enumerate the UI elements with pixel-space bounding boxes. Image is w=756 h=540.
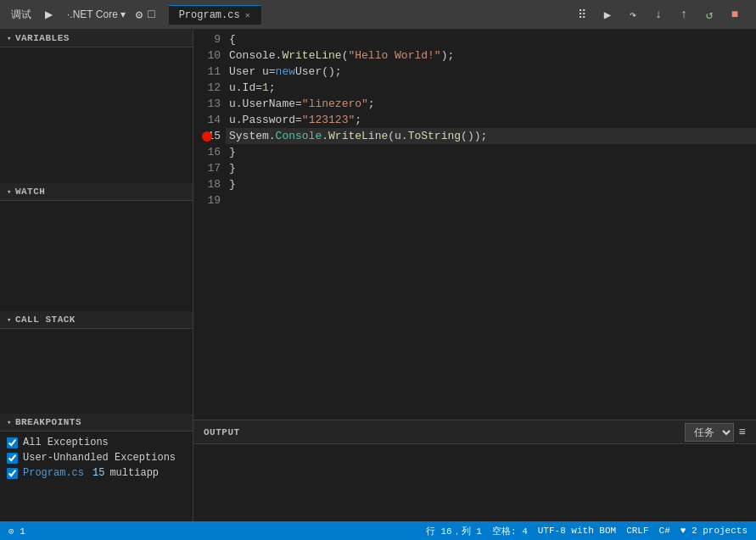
program-cs-project-label: multiapp — [109, 467, 159, 479]
line-number-9: 9 — [193, 31, 221, 47]
code-token: new — [276, 64, 295, 80]
output-dropdown[interactable]: 任务 — [685, 423, 734, 442]
breakpoint-dot-15 — [202, 131, 212, 142]
code-token: 1 — [262, 80, 269, 96]
output-dropdown-area: 任务 ≡ — [685, 423, 746, 442]
line-number-19: 19 — [193, 192, 221, 209]
watch-triangle-icon: ▾ — [7, 187, 12, 197]
tab-bar: Program.cs ✕ — [169, 5, 568, 25]
code-token: "123123" — [302, 112, 355, 128]
toolbar-play-icon[interactable]: ▶ — [598, 5, 617, 24]
code-token: (u. — [388, 128, 407, 144]
net-core-label: ·.NET Core — [67, 8, 118, 20]
code-line-9: { — [226, 31, 756, 47]
code-token: ToString — [408, 128, 461, 144]
toolbar-stop-icon[interactable]: ■ — [725, 5, 744, 24]
callstack-header[interactable]: ▾ CALL STACK — [0, 311, 193, 329]
language-indicator: C# — [659, 526, 670, 536]
line-number-12: 12 — [193, 80, 221, 96]
code-lines: { Console.WriteLine("Hello World!"); Use… — [226, 30, 756, 420]
code-token: u.UserName= — [229, 96, 302, 112]
tab-program-cs[interactable]: Program.cs ✕ — [169, 5, 261, 25]
toolbar-restart-icon[interactable]: ↺ — [700, 5, 719, 24]
code-line-19 — [226, 192, 756, 209]
debug-label: 调试 — [11, 8, 31, 22]
code-token: { — [229, 31, 236, 47]
code-token: ); — [441, 47, 455, 64]
toolbar-dots-icon[interactable]: ⠿ — [573, 5, 591, 24]
code-line-11: User u=new User(); — [226, 64, 756, 80]
line-number-11: 11 — [193, 64, 221, 80]
right-panel: 910111213141516171819 { Console.WriteLin… — [193, 30, 756, 521]
breakpoint-all-exceptions: All Exceptions — [7, 435, 186, 450]
toolbar-step-into-icon[interactable]: ↓ — [649, 5, 668, 24]
toolbar-step-over-icon[interactable]: ↷ — [624, 5, 642, 24]
user-unhandled-checkbox[interactable] — [7, 453, 18, 464]
output-body[interactable] — [193, 444, 756, 521]
breakpoints-header[interactable]: ▾ BREAKPOINTS — [0, 414, 193, 431]
variables-triangle-icon: ▾ — [7, 34, 12, 43]
line-col-indicator: 行 16，列 1 — [426, 525, 482, 537]
variables-body[interactable] — [0, 47, 193, 183]
code-token: } — [229, 144, 236, 160]
callstack-title: CALL STACK — [15, 315, 76, 325]
toolbar-step-out-icon[interactable]: ↑ — [675, 5, 693, 24]
code-token: } — [229, 176, 236, 192]
output-title: OUTPUT — [204, 427, 240, 437]
code-editor[interactable]: 910111213141516171819 { Console.WriteLin… — [193, 30, 756, 420]
line-ending-indicator: CRLF — [626, 526, 648, 536]
main-area: ▾ VARIABLES ▾ WATCH ▾ CALL STACK ▾ — [0, 30, 756, 521]
tab-close-icon[interactable]: ✕ — [245, 10, 250, 20]
code-token: ; — [368, 96, 375, 112]
top-toolbar: 调试 ▶ ·.NET Core ▾ ⚙ □ Program.cs ✕ ⠿ ▶ ↷… — [0, 0, 756, 30]
breakpoints-body: All Exceptions User-Unhandled Exceptions… — [0, 431, 193, 521]
debug-button[interactable]: 调试 — [7, 6, 36, 24]
gear-icon[interactable]: ⚙ — [136, 8, 143, 22]
code-token: ; — [355, 112, 361, 128]
status-right: 行 16，列 1 空格: 4 UTF-8 with BOM CRLF C# ♥ … — [426, 525, 748, 537]
code-token: "linezero" — [302, 96, 368, 112]
watch-section: ▾ WATCH — [0, 183, 193, 311]
line-number-17: 17 — [193, 160, 221, 176]
code-token: WriteLine — [282, 47, 341, 64]
code-line-13: u.UserName="linezero"; — [226, 96, 756, 112]
code-line-16: } — [226, 144, 756, 160]
net-core-dropdown[interactable]: ·.NET Core ▾ — [62, 7, 131, 22]
callstack-triangle-icon: ▾ — [7, 315, 12, 325]
breakpoints-title: BREAKPOINTS — [15, 417, 81, 427]
output-panel: OUTPUT 任务 ≡ — [193, 420, 756, 521]
status-left: ⊙ 1 — [8, 526, 25, 537]
line-number-14: 14 — [193, 112, 221, 128]
play-button[interactable]: ▶ — [41, 7, 57, 22]
code-content: 910111213141516171819 { Console.WriteLin… — [193, 30, 756, 420]
code-token: ; — [269, 80, 276, 96]
code-token: } — [229, 160, 236, 176]
code-token: u.Id= — [229, 80, 262, 96]
spaces-indicator: 空格: 4 — [492, 525, 528, 537]
callstack-body[interactable] — [0, 329, 193, 414]
variables-header[interactable]: ▾ VARIABLES — [0, 30, 193, 47]
split-icon[interactable]: □ — [148, 8, 154, 21]
code-line-17: } — [226, 160, 756, 176]
line-number-16: 16 — [193, 144, 221, 160]
watch-header[interactable]: ▾ WATCH — [0, 183, 193, 201]
watch-title: WATCH — [15, 186, 46, 197]
output-header: OUTPUT 任务 ≡ — [193, 420, 756, 444]
dropdown-arrow-icon: ▾ — [120, 8, 126, 20]
code-token: Console — [276, 128, 322, 144]
variables-section: ▾ VARIABLES — [0, 30, 193, 183]
line-number-10: 10 — [193, 47, 221, 64]
program-cs-file-label: Program.cs — [23, 467, 84, 479]
code-line-10: Console.WriteLine("Hello World!"); — [226, 47, 756, 64]
play-icon: ▶ — [45, 8, 53, 20]
all-exceptions-checkbox[interactable] — [7, 437, 18, 448]
program-cs-checkbox[interactable] — [7, 468, 18, 479]
projects-indicator: ♥ 2 projects — [680, 526, 748, 536]
debug-indicator: ⊙ 1 — [8, 526, 25, 537]
watch-body[interactable] — [0, 201, 193, 311]
output-menu-icon[interactable]: ≡ — [739, 426, 746, 439]
variables-title: VARIABLES — [15, 33, 70, 43]
code-line-14: u.Password="123123"; — [226, 112, 756, 128]
code-token: System. — [229, 128, 276, 144]
program-cs-line-label: 15 — [92, 467, 104, 479]
